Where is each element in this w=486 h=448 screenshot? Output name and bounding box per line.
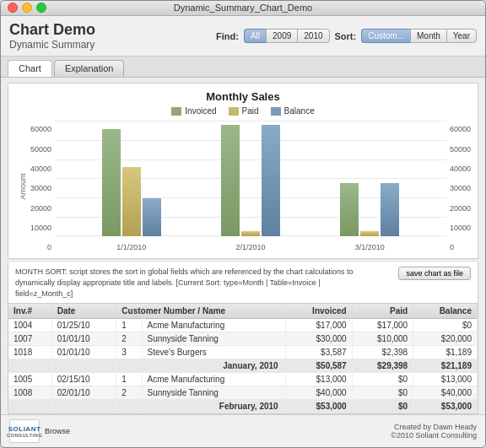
cell-inv bbox=[8, 359, 51, 373]
y-40000: 40000 bbox=[30, 165, 51, 173]
table-row: 1004 01/25/10 1 Acme Manufacturing $17,0… bbox=[8, 319, 478, 332]
cell-invoiced: $17,000 bbox=[285, 319, 352, 332]
cell-invoiced: $3,587 bbox=[285, 346, 352, 359]
invoice-table: Inv.# Date Customer Number / Name Invoic… bbox=[8, 304, 478, 414]
cell-name: Acme Manufacturing bbox=[142, 319, 285, 332]
cell-date: 01/01/10 bbox=[51, 332, 116, 346]
cell-invoiced: $30,000 bbox=[285, 332, 352, 346]
col-cust-num: Customer Number / Name bbox=[116, 304, 285, 319]
browse-button[interactable]: Browse bbox=[45, 427, 70, 435]
cell-date: 02/01/10 bbox=[51, 386, 116, 400]
cell-date: 02/15/10 bbox=[51, 373, 116, 386]
credit-line2: ©2010 Soliant Consulting bbox=[391, 431, 477, 440]
sort-year-button[interactable]: Year bbox=[446, 29, 477, 43]
bar-group-mar bbox=[340, 183, 399, 236]
legend-invoiced: Invoiced bbox=[171, 106, 216, 116]
tab-explanation[interactable]: Explanation bbox=[54, 60, 125, 77]
cell-inv: 1007 bbox=[8, 332, 51, 346]
x-label-feb: 2/1/2010 bbox=[235, 243, 265, 251]
cell-inv: 1004 bbox=[8, 319, 51, 332]
yr-40000: 40000 bbox=[450, 165, 471, 173]
cell-paid: $0 bbox=[352, 373, 413, 386]
data-table: Inv.# Date Customer Number / Name Invoic… bbox=[8, 304, 478, 414]
legend-paid: Paid bbox=[229, 106, 259, 116]
bar-group-feb bbox=[221, 125, 280, 236]
cell-date bbox=[51, 400, 116, 413]
bar-jan-paid bbox=[122, 167, 141, 236]
cell-paid: $29,398 bbox=[352, 359, 413, 373]
minimize-button[interactable] bbox=[22, 3, 32, 13]
cell-paid: $0 bbox=[352, 400, 413, 413]
table-row: January, 2010 $50,587 $29,398 $21,189 bbox=[8, 359, 478, 373]
table-row: 1018 01/01/10 3 Steve's Burgers $3,587 $… bbox=[8, 346, 478, 359]
col-invoiced: Invoiced bbox=[285, 304, 352, 319]
col-paid: Paid bbox=[352, 304, 413, 319]
chart-note: MONTH SORT: script stores the sort in gl… bbox=[8, 262, 478, 304]
yr-20000: 20000 bbox=[450, 204, 471, 213]
y-20000: 20000 bbox=[30, 204, 51, 213]
table-body: 1004 01/25/10 1 Acme Manufacturing $17,0… bbox=[8, 319, 478, 414]
cell-invoiced: $40,000 bbox=[285, 386, 352, 400]
cell-balance: $13,000 bbox=[413, 373, 478, 386]
cell-inv: 1005 bbox=[8, 373, 51, 386]
bar-mar-balance bbox=[381, 183, 399, 236]
table-row: 1008 02/01/10 2 Sunnyside Tanning $40,00… bbox=[8, 386, 478, 400]
sort-month-button[interactable]: Month bbox=[410, 29, 446, 43]
y-axis: 60000 50000 40000 30000 20000 10000 0 bbox=[30, 125, 55, 251]
cell-total-label: January, 2010 bbox=[116, 359, 285, 373]
traffic-lights bbox=[8, 3, 46, 13]
maximize-button[interactable] bbox=[36, 3, 46, 13]
save-chart-button[interactable]: save chart as file bbox=[398, 267, 471, 280]
cell-num: 2 bbox=[116, 332, 142, 346]
header-controls: Find: All 2009 2010 Sort: Custom... Mont… bbox=[216, 29, 477, 43]
balance-color-box bbox=[271, 107, 281, 116]
table-row: 1005 02/15/10 1 Acme Manufacturing $13,0… bbox=[8, 373, 478, 386]
cell-balance: $40,000 bbox=[413, 386, 478, 400]
col-balance: Balance bbox=[413, 304, 478, 319]
logo-text: SOLIANT bbox=[7, 425, 42, 433]
bar-feb-invoiced bbox=[221, 125, 240, 236]
cell-total-label: February, 2010 bbox=[116, 400, 285, 413]
cell-name: Steve's Burgers bbox=[142, 346, 285, 359]
cell-balance: $1,189 bbox=[413, 346, 478, 359]
legend-paid-label: Paid bbox=[242, 106, 259, 116]
title-bar: Dynamic_Summary_Chart_Demo bbox=[1, 1, 485, 16]
cell-paid: $0 bbox=[352, 386, 413, 400]
cell-name: Sunnyside Tanning bbox=[142, 332, 285, 346]
y-60000: 60000 bbox=[30, 125, 51, 133]
cell-invoiced: $53,000 bbox=[285, 400, 352, 413]
x-label-mar: 3/1/2010 bbox=[355, 243, 385, 251]
sort-custom-button[interactable]: Custom... bbox=[361, 29, 410, 43]
x-label-jan: 1/1/2010 bbox=[116, 243, 146, 251]
cell-date: 01/01/10 bbox=[51, 346, 116, 359]
bar-group-jan bbox=[102, 129, 161, 236]
legend-balance: Balance bbox=[271, 106, 315, 116]
chart-legend: Invoiced Paid Balance bbox=[15, 106, 471, 116]
find-2009-button[interactable]: 2009 bbox=[266, 29, 297, 43]
y-30000: 30000 bbox=[30, 184, 51, 192]
cell-balance: $0 bbox=[413, 319, 478, 332]
sort-label: Sort: bbox=[335, 31, 357, 41]
window-title: Dynamic_Summary_Chart_Demo bbox=[174, 3, 312, 13]
footer: SOLIANT CONSULTING Browse Created by Daw… bbox=[1, 414, 485, 447]
close-button[interactable] bbox=[8, 3, 18, 13]
find-all-button[interactable]: All bbox=[244, 29, 266, 43]
bar-mar-paid bbox=[360, 231, 379, 236]
col-inv: Inv.# bbox=[8, 304, 51, 319]
col-date: Date bbox=[51, 304, 116, 319]
table-header-row: Inv.# Date Customer Number / Name Invoic… bbox=[8, 304, 478, 319]
sort-buttons: Custom... Month Year bbox=[361, 29, 477, 43]
bar-jan-invoiced bbox=[102, 129, 121, 236]
x-labels: 1/1/2010 2/1/2010 3/1/2010 bbox=[55, 243, 446, 251]
yr-50000: 50000 bbox=[450, 145, 471, 154]
logo-box: SOLIANT CONSULTING bbox=[9, 419, 40, 443]
cell-invoiced: $13,000 bbox=[285, 373, 352, 386]
app-subtitle: Dynamic Summary bbox=[9, 39, 95, 51]
tab-chart[interactable]: Chart bbox=[8, 60, 52, 77]
y-10000: 10000 bbox=[30, 224, 51, 232]
yr-0: 0 bbox=[450, 243, 454, 251]
logo-sub: CONSULTING bbox=[7, 433, 42, 438]
yr-10000: 10000 bbox=[450, 224, 471, 232]
cell-paid: $10,000 bbox=[352, 332, 413, 346]
find-2010-button[interactable]: 2010 bbox=[297, 29, 329, 43]
